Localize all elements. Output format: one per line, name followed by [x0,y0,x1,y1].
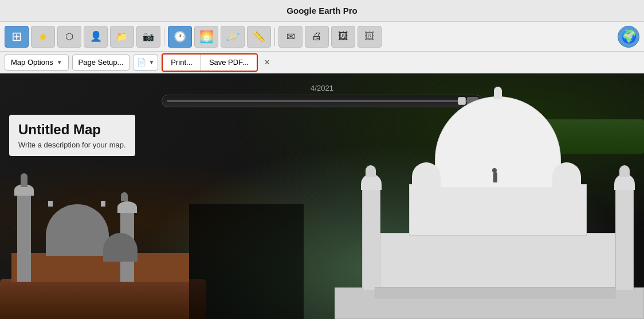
left-accent2 [101,201,105,207]
sun-button[interactable]: 🌅 [194,26,218,48]
title-bar: Google Earth Pro [0,0,644,22]
earth-button[interactable]: 🌍 [618,26,639,48]
people-icon: 👤 [90,30,102,42]
mail-icon: ✉ [286,30,295,43]
left-main-dome [46,204,109,256]
image-button[interactable]: 🖼 [331,26,355,48]
planet-icon: 🪐 [226,30,240,44]
earth-icon: 🌍 [621,29,637,44]
camera-icon: 📷 [143,31,154,42]
doc-button[interactable]: 📄 ▼ [133,55,158,71]
ruler-button[interactable]: 📏 [247,26,271,48]
print-save-group: Print... Save PDF... [162,53,257,72]
close-button[interactable]: × [261,56,273,69]
print-label: Print... [171,58,193,67]
taj-minaret-left [362,187,380,290]
printer-button[interactable]: 🖨 [305,26,329,48]
action-bar: Map Options ▼ Page Setup... 📄 ▼ Print...… [0,52,644,73]
ruler-icon: 📏 [253,30,265,43]
taj-finial [494,87,502,99]
grid-button[interactable]: ⊞ [5,26,29,48]
image-icon: 🖼 [338,30,348,42]
grid-icon: ⊞ [11,29,22,44]
clock-icon: 🕐 [174,30,186,43]
map-view[interactable]: 4/2021 Untitled Map Write a description … [0,73,644,319]
map-options-arrow-icon: ▼ [57,59,62,65]
taj-side-dome-right [552,162,581,188]
window-title: Google Earth Pro [286,6,357,15]
taj-minaret-right [615,187,634,290]
placemark-icon: ★ [38,30,48,44]
taj-ground-detail [375,287,615,298]
person-figure [493,172,497,182]
photo-icon: 🖼 [364,30,375,42]
left-spire2 [121,192,128,201]
map-options-label: Map Options [11,58,53,67]
save-pdf-button[interactable]: Save PDF... [201,55,257,71]
toolbar: ⊞ ★ ⬡ 👤 📁 📷 🕐 🌅 🪐 📏 ✉ 🖨 🖼 🖼 [0,22,644,52]
taj-building [409,184,587,236]
polygon-icon: ⬡ [65,31,73,42]
left-buildings [0,135,206,319]
photo-button[interactable]: 🖼 [358,26,382,48]
left-minaret2-top [117,201,137,213]
taj-minaret-left-top [366,165,376,177]
clock-button[interactable]: 🕐 [168,26,192,48]
taj-mahal-buildings [323,95,644,319]
print-button[interactable]: Print... [163,55,201,71]
close-icon: × [265,57,270,68]
left-spire1 [21,173,28,187]
left-minaret1 [17,190,31,282]
path-icon: 📁 [116,31,128,42]
page-setup-button[interactable]: Page Setup... [72,55,130,71]
left-base [0,279,206,319]
map-options-button[interactable]: Map Options ▼ [5,55,69,71]
time-label: 4/2021 [311,84,333,92]
mail-button[interactable]: ✉ [278,26,303,48]
planet-button[interactable]: 🪐 [221,26,245,48]
left-accent1 [48,201,53,207]
sun-icon: 🌅 [199,30,214,44]
taj-side-dome-left [412,162,441,188]
printer-icon: 🖨 [312,30,322,42]
placemark-button[interactable]: ★ [31,26,55,48]
left-level2 [11,253,189,282]
person-head [492,168,497,173]
shadow-overlay [189,204,304,319]
polygon-button[interactable]: ⬡ [57,26,81,48]
taj-podium [375,233,615,290]
people-button[interactable]: 👤 [84,26,108,48]
doc-arrow-icon: ▼ [148,59,154,65]
save-pdf-label: Save PDF... [209,58,249,67]
path-button[interactable]: 📁 [110,26,134,48]
taj-minaret-right-top [619,165,630,177]
doc-icon: 📄 [137,58,146,67]
page-setup-label: Page Setup... [78,58,124,67]
taj-main-dome [435,96,561,188]
camera-button[interactable]: 📷 [136,26,160,48]
